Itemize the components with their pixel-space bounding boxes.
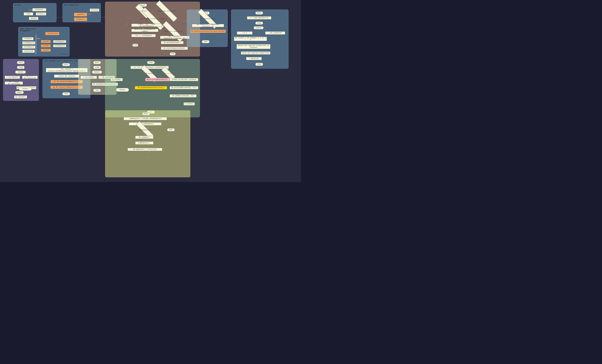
uint64-3-node: uint64 xyxy=(41,49,51,52)
driver-struct-box: driver Connector Conn Driver() OpenCh xyxy=(13,3,56,22)
resetter-empty-node: Empty xyxy=(15,91,24,94)
timer-record-node: Record all expired connections as freeCo… xyxy=(236,44,270,49)
struct-fn-node: struct{} xyxy=(90,9,99,12)
ci-close-node: ci.Close() xyxy=(110,78,123,81)
timer-tc-node: <-t.C xyxy=(237,32,253,35)
resetter-select-node: Select xyxy=(15,71,26,74)
loop-ctx-done-node: <-ctx.Done() xyxy=(80,76,97,79)
ci-close2-node: ci.Close() xyxy=(183,102,195,106)
timer-start-node: Start xyxy=(255,11,263,15)
loop-end-node: End xyxy=(93,89,101,92)
driver-struct-title: driver xyxy=(15,4,21,6)
main-flow-box: Start db.closed True False Exceed max co… xyxy=(105,2,200,56)
err-nil-node: err != nil xyxy=(161,71,176,76)
conn-request-2: connRequest xyxy=(53,44,66,47)
true-err: True xyxy=(260,74,263,75)
timer-loop-node: loop xyxy=(255,21,263,25)
num-req-gte-node: numRequests >= xyxy=(135,128,155,132)
create-db-node: Create DB instance xyxy=(54,75,79,78)
num-requests-node: numRequests = len(db.connRequests) xyxy=(124,117,167,120)
resetter-ch-node: resetterCh xyxy=(22,50,35,53)
maybe-end-node: End xyxy=(167,128,175,131)
free-conn-node: freeConn xyxy=(22,37,33,40)
timer-end-node: End xyxy=(255,63,263,66)
loop-loop-node: Loop xyxy=(93,66,101,69)
db-maybe-open-node: db.maybeOpenNewConnections() xyxy=(135,86,167,89)
next-request-node: nextRequest xyxy=(22,45,35,49)
db-num-open-node: db.numOpen++ xyxy=(135,136,153,139)
resetter-unlock-node: dc.Unlock() xyxy=(14,95,27,98)
db-put-conn-locked-node: db.putConnDBLocked(dc, err) xyxy=(170,86,198,89)
db-start-cleaner-node: db.startCleanerLocked() xyxy=(161,47,188,50)
uint64-2-node: uint64 xyxy=(41,44,51,47)
openCh-node: OpenCh xyxy=(29,17,38,20)
driver-conn-node: Conn xyxy=(24,12,33,15)
resetter-box: Start Loop Select <-ctx.Done() dc = <-db… xyxy=(3,59,39,101)
succeed-label: Succeed xyxy=(249,89,256,90)
driver-conn-main: *driverConn xyxy=(45,32,59,35)
create-driver-conn-node: Create driverConn instance xyxy=(170,78,198,81)
cleaner-conn-node: db.connectionCleaner(db.maxLifetime) xyxy=(190,30,226,33)
timer-reset-node: t.Reset(d) xyxy=(246,57,262,60)
db-opener-ch-node: db.openerCh <- struct{}{} xyxy=(128,148,162,151)
has-pending-node: Has pending connection request xyxy=(139,16,166,21)
failed-label: Failed xyxy=(272,89,277,90)
resetter-dc-node: dc = <-db.resetterCh xyxy=(22,76,38,79)
maybe-start-node: Start xyxy=(142,112,150,115)
connector-node: Connector xyxy=(32,8,46,11)
conn-db-closed-node: db.closed xyxy=(140,71,159,76)
select-label-1[interactable]: Select xyxy=(19,87,32,91)
true-conn-1: True xyxy=(211,74,214,75)
resetter-di-node: di = range db.resetterCh xyxy=(5,82,23,85)
opendb-start-node: Start xyxy=(62,63,70,66)
conn-start-node: Start xyxy=(147,61,155,64)
cleaner-flow-box: Start db.cleanerCh == nil False db.clean… xyxy=(187,10,228,47)
false-err: False xyxy=(274,74,278,75)
go-opener-node: go db.connectionOpener(ctx) xyxy=(51,80,83,83)
cleaner-make-node: db.cleanerCh = make(chan struct{}, 1) xyxy=(192,24,224,27)
loop-start-node: Start xyxy=(93,61,101,64)
maybe-open-box: Start numRequests = len(db.connRequests)… xyxy=(105,110,190,177)
timer-closed-node: db.closed || db.numOpen == 0 || d <= xyxy=(234,37,267,41)
resetter-start-node: Start xyxy=(17,61,25,64)
db-add-dep-node: db.addDepLocked(dc, dc) xyxy=(170,94,196,97)
delete-conn-node: delete(db.connRequests, reqKey) xyxy=(131,29,158,32)
true-bottom-node: True xyxy=(170,52,176,55)
cache-conn-node: Cache this connection? xyxy=(161,29,185,34)
timer-close-node: Close all expired connections xyxy=(241,52,270,54)
idle-connection-box: Idle ConnectionManagement *driverConn fr… xyxy=(18,27,70,56)
timer-select-node: select xyxy=(254,26,264,29)
adjust-num-node: Adjust numRequests xyxy=(129,122,161,125)
driver-fn-node: Driver() xyxy=(36,12,46,15)
exceed-max-node: Exceed max connections xyxy=(154,9,179,14)
num-req-dec-node: numRequests-- xyxy=(135,141,153,145)
new-connection-title: New Connection xyxy=(64,4,79,6)
false-conn-1: False xyxy=(237,74,242,75)
connector-fn-node: connector xyxy=(74,18,87,21)
new-connection-box: New Connection openerCh connector struct… xyxy=(63,3,101,22)
go-resetter-node: go db.connectionResetter(ctx) xyxy=(51,86,83,89)
idle-connection-title: Idle ConnectionManagement xyxy=(20,28,35,32)
conn-requests-node: connRequests xyxy=(22,41,35,44)
opendb-title: func OpenDB(c driver.Connector) *DB xyxy=(44,60,77,62)
loop-select-node: Select xyxy=(92,71,102,74)
resetter-loop-node: Loop xyxy=(17,66,25,69)
opener-ch-node: openerCh xyxy=(74,13,87,16)
select-label-2[interactable]: Select xyxy=(116,88,129,92)
db-free-conn-node: db.freeConn = append(db.freeConn, dc) xyxy=(160,36,190,39)
uint64-1-node: uint64 xyxy=(41,40,51,43)
db-max-idle-node: db.maxIdleClosed++ xyxy=(161,41,183,44)
timer-flow-box: Start t = time.NewTimer(d) loop select <… xyxy=(231,10,289,69)
driver-conn-bottom: *driverConn xyxy=(59,53,68,55)
true-small-node: True xyxy=(132,44,138,47)
timer-t-node: t = time.NewTimer(d) xyxy=(247,16,271,20)
resetter-ctx-done-node: <-ctx.Done() xyxy=(5,76,20,79)
cleaner-end-node: End xyxy=(202,40,210,43)
timer-db-cleaner-node: <-db.cleanerCh xyxy=(265,32,285,35)
req-key-node: reqKey, req = range db.connRequests xyxy=(131,24,162,27)
req-conn-node: req <- connRequest xyxy=(131,34,156,37)
main-canvas: driver Connector Conn Driver() OpenCh Ne… xyxy=(0,0,301,182)
opendb-end-node: End xyxy=(62,92,70,95)
cleaner-db-nil-node: db.cleanerCh == nil xyxy=(196,16,219,21)
conn-request-1: connRequest xyxy=(53,40,66,43)
